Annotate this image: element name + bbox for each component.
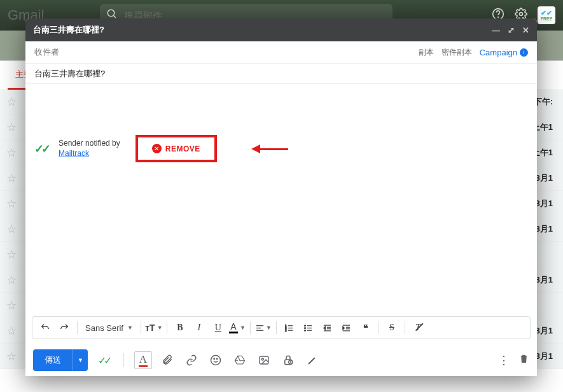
cc-toggle[interactable]: 副本 — [419, 47, 434, 58]
svg-point-17 — [305, 325, 306, 326]
star-icon[interactable]: ☆ — [6, 120, 17, 134]
annotation-arrow — [251, 144, 288, 153]
minimize-icon[interactable]: — — [492, 25, 500, 35]
campaign-link[interactable]: Campaign i — [480, 48, 528, 57]
chevron-down-icon: ▼ — [127, 325, 133, 331]
remove-button[interactable]: REMOVE — [165, 144, 200, 153]
star-icon[interactable]: ☆ — [6, 349, 17, 363]
clear-format-icon[interactable]: T — [409, 319, 427, 337]
mail-date: 8月1 — [536, 198, 553, 209]
confidential-icon[interactable] — [279, 351, 297, 369]
mailtrack-status-icon[interactable]: ✓✓ — [98, 354, 109, 367]
mailtrack-sender-line: Sender notified by — [59, 139, 120, 148]
font-name-label: Sans Serif — [85, 323, 123, 333]
double-check-icon: ✓✓ — [34, 142, 48, 156]
svg-marker-29 — [343, 326, 345, 330]
compose-title-text: 台南三井壽在哪裡? — [33, 24, 104, 36]
numbered-list-icon[interactable]: 123 — [281, 319, 298, 337]
mailtrack-widget: ✓✓ Sender notified by Mailtrack ✕ REMOVE — [34, 135, 217, 162]
send-button[interactable]: 傳送 — [33, 349, 73, 371]
svg-point-32 — [217, 358, 218, 360]
compose-titlebar[interactable]: 台南三井壽在哪裡? — ⤢ ✕ — [25, 18, 537, 41]
mail-date: 8月1 — [536, 274, 553, 286]
recipient-label: 收件者 — [34, 46, 59, 58]
svg-point-0 — [108, 10, 115, 17]
more-options-icon[interactable]: ⋮ — [498, 353, 510, 367]
font-size-icon[interactable]: тT ▼ — [145, 319, 163, 337]
bullet-list-icon[interactable] — [300, 319, 317, 337]
svg-point-4 — [520, 12, 523, 15]
mail-date: 8月1 — [536, 351, 553, 362]
link-icon[interactable] — [183, 351, 200, 369]
star-icon[interactable]: ☆ — [6, 222, 17, 236]
arrow-head-icon — [251, 144, 260, 153]
svg-point-34 — [261, 358, 263, 360]
svg-marker-24 — [324, 326, 326, 330]
expand-icon[interactable]: ⤢ — [508, 25, 515, 35]
star-icon[interactable]: ☆ — [6, 197, 17, 211]
svg-point-18 — [305, 327, 306, 328]
compose-action-bar: 傳送 ▼ ✓✓ A ⋮ — [25, 344, 537, 376]
star-icon[interactable]: ☆ — [6, 171, 17, 185]
star-icon[interactable]: ☆ — [6, 95, 17, 109]
redo-icon[interactable] — [55, 319, 73, 337]
format-toolbar: Sans Serif ▼ тT ▼ B I U A ▼ ▼ 123 ❝ S T — [32, 316, 531, 339]
send-group: 傳送 ▼ — [33, 349, 88, 371]
undo-icon[interactable] — [36, 319, 54, 337]
italic-icon[interactable]: I — [190, 319, 208, 337]
font-selector[interactable]: Sans Serif ▼ — [81, 323, 137, 333]
svg-point-31 — [214, 358, 215, 360]
svg-text:3: 3 — [286, 329, 287, 332]
arrow-line — [260, 148, 288, 150]
recipient-row[interactable]: 收件者 副本 密件副本 Campaign i — [25, 41, 537, 64]
text-format-icon[interactable]: A — [134, 351, 152, 369]
mail-date: 8月1 — [536, 172, 553, 184]
svg-line-1 — [114, 15, 116, 18]
indent-increase-icon[interactable] — [338, 319, 356, 337]
subject-row[interactable] — [25, 64, 537, 84]
extension-badge[interactable]: ✔✔ FREE — [538, 6, 555, 24]
svg-point-19 — [305, 330, 306, 331]
mail-date: 8月1 — [536, 325, 553, 337]
info-icon[interactable]: i — [520, 48, 528, 57]
strikethrough-icon[interactable]: S — [383, 319, 401, 337]
pen-icon[interactable] — [303, 351, 321, 369]
discard-icon[interactable] — [518, 353, 529, 367]
align-icon[interactable]: ▼ — [254, 319, 272, 337]
attach-icon[interactable] — [158, 351, 176, 369]
star-icon[interactable]: ☆ — [6, 146, 17, 160]
star-icon[interactable]: ☆ — [6, 273, 17, 287]
quote-icon[interactable]: ❝ — [357, 319, 375, 337]
star-icon[interactable]: ☆ — [6, 324, 17, 338]
mailtrack-text: Sender notified by Mailtrack — [59, 139, 120, 158]
compose-dialog: 台南三井壽在哪裡? — ⤢ ✕ 收件者 副本 密件副本 Campaign i ✓… — [25, 18, 537, 376]
check-icon: ✔✔ — [541, 10, 552, 17]
campaign-label: Campaign — [480, 48, 517, 57]
text-color-icon[interactable]: A ▼ — [228, 319, 246, 337]
send-more-button[interactable]: ▼ — [73, 349, 88, 371]
svg-point-30 — [211, 356, 221, 365]
drive-icon[interactable] — [231, 351, 249, 369]
star-icon[interactable]: ☆ — [6, 298, 17, 312]
star-icon[interactable]: ☆ — [6, 248, 17, 262]
image-icon[interactable] — [255, 351, 273, 369]
compose-body[interactable]: ✓✓ Sender notified by Mailtrack ✕ REMOVE — [25, 84, 537, 316]
bold-icon[interactable]: B — [171, 319, 189, 337]
remove-highlight-box: ✕ REMOVE — [136, 135, 217, 162]
mail-date: 8月1 — [536, 223, 553, 235]
close-icon[interactable]: ✕ — [522, 25, 529, 35]
svg-point-3 — [498, 17, 499, 17]
subject-input[interactable] — [34, 69, 528, 78]
underline-icon[interactable]: U — [209, 319, 227, 337]
remove-x-icon[interactable]: ✕ — [152, 144, 162, 153]
emoji-icon[interactable] — [207, 351, 225, 369]
indent-decrease-icon[interactable] — [319, 319, 337, 337]
mailtrack-link[interactable]: Mailtrack — [59, 149, 89, 158]
bcc-toggle[interactable]: 密件副本 — [441, 47, 472, 58]
extension-label: FREE — [541, 17, 553, 21]
